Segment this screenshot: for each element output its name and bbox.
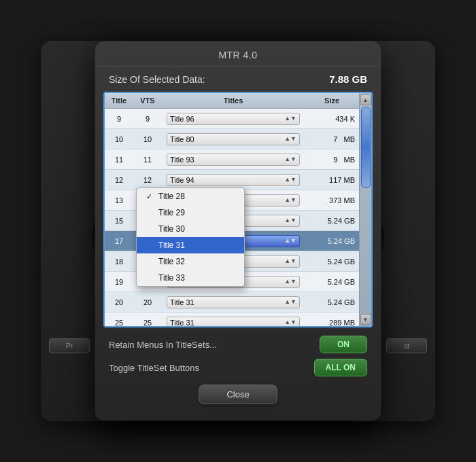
chevron-updown-icon: ▲▼ [284,197,296,203]
retain-menus-row: Retain Menus In TitleSets... ON [109,336,367,353]
retain-menus-label: Retain Menus In TitleSets... [109,340,217,350]
col-vts: VTS [133,94,162,107]
row-size: 373 MB [305,196,359,205]
row-title-num: 9 [105,113,133,124]
dropdown-item-highlighted[interactable]: Title 31 [137,237,244,253]
row-title-num: 13 [105,195,133,206]
row-vts: 25 [133,317,162,327]
title-select-label: Title 80 [170,135,194,143]
chevron-updown-icon: ▲▼ [284,116,296,122]
dropdown-item[interactable]: Title 32 [137,253,244,270]
table-row[interactable]: 25 25 Title 31 ▲▼ 289 MB [105,313,371,326]
table-row[interactable]: 10 10 Title 80 ▲▼ 7 MB [105,129,371,149]
row-title-num: 17 [105,236,133,247]
dropdown-item[interactable]: Title 30 [137,221,244,237]
chevron-updown-icon: ▲▼ [284,299,296,305]
chevron-updown-icon: ▲▼ [284,156,296,162]
chevron-updown-icon: ▲▼ [284,177,296,183]
row-size: 5.24 GB [305,257,359,266]
scrollbar-thumb[interactable] [361,107,371,188]
row-title-select-cell: Title 31 ▲▼ [162,314,305,327]
row-size: 5.24 GB [305,237,359,245]
dropdown-item-label: Title 33 [158,273,185,283]
scrollbar-track: ▲ ▼ [359,93,371,326]
title-select-label: Title 94 [170,176,194,184]
row-size: 5.24 GB [305,298,359,306]
close-button[interactable]: Close [199,385,277,404]
checkmark-icon: ✓ [146,192,154,201]
table-row[interactable]: 11 11 Title 93 ▲▼ 9 MB [105,149,371,170]
table-row[interactable]: 9 9 Title 96 ▲▼ 434 K [105,109,371,129]
table-header: Title VTS Titles Size [105,93,371,109]
row-vts: 20 [133,297,162,308]
row-title-num: 25 [105,317,133,327]
title-select-label: Title 96 [170,115,194,123]
row-vts: 11 [133,154,162,165]
toggle-titleset-row: Toggle TitleSet Buttons ALL ON [109,359,367,376]
title-select[interactable]: Title 94 ▲▼ [167,174,300,186]
toggle-titleset-label: Toggle TitleSet Buttons [109,363,199,373]
row-size: 117 MB [305,176,359,184]
row-size: 9 MB [305,156,359,164]
row-title-num: 10 [105,134,133,145]
chevron-updown-icon: ▲▼ [284,319,296,325]
row-size: 7 MB [305,135,359,143]
dropdown-item[interactable]: ✓ Title 28 [137,188,244,205]
title-select[interactable]: Title 31 ▲▼ [167,317,300,327]
dialog-header: Size Of Selected Data: 7.88 GB [95,67,381,92]
chevron-updown-icon: ▲▼ [284,238,296,244]
title-select-label: Title 93 [170,156,194,164]
row-size: 5.24 GB [305,278,359,286]
row-vts: 9 [133,113,162,124]
row-title-num: 15 [105,215,133,226]
scrollbar-up-button[interactable]: ▲ [360,94,371,105]
dropdown-item-label: Title 28 [158,192,185,201]
row-title-num: 18 [105,256,133,267]
row-size: 5.24 GB [305,217,359,225]
left-side-btn[interactable]: Pr [49,338,90,353]
row-title-select-cell: Title 93 ▲▼ [162,151,305,168]
dropdown-item-label: Title 32 [158,257,185,266]
dropdown-item[interactable]: Title 33 [137,270,244,286]
title-select-label: Title 31 [170,298,194,306]
row-title-num: 19 [105,277,133,287]
dropdown-item[interactable]: Title 29 [137,205,244,221]
dropdown-item-label: Title 31 [158,241,185,250]
title-select[interactable]: Title 31 ▲▼ [167,296,300,308]
row-title-select-cell: Title 80 ▲▼ [162,130,305,148]
row-vts: 10 [133,134,162,145]
chevron-updown-icon: ▲▼ [284,279,296,285]
row-size: 289 MB [305,319,359,327]
dropdown-item-label: Title 30 [158,224,185,234]
col-titles: Titles [162,94,305,107]
right-side-btn[interactable]: ct [386,338,427,353]
dropdown-item-label: Title 29 [158,208,185,217]
title-select[interactable]: Title 80 ▲▼ [167,133,300,145]
title-select[interactable]: Title 93 ▲▼ [167,154,300,166]
row-title-select-cell: Title 96 ▲▼ [162,110,305,128]
close-btn-container: Close [109,382,367,404]
row-size: 434 K [305,115,359,123]
row-title-select-cell: Title 94 ▲▼ [162,171,305,189]
retain-menus-toggle[interactable]: ON [320,336,367,353]
row-title-num: 11 [105,154,133,165]
dropdown-menu: ✓ Title 28 Title 29 Title 30 Title 31 Ti… [136,188,245,287]
title-select[interactable]: Title 96 ▲▼ [167,113,300,125]
col-title: Title [105,94,133,107]
chevron-updown-icon: ▲▼ [284,136,296,142]
toggle-titleset-button[interactable]: ALL ON [314,359,367,376]
size-value: 7.88 GB [329,73,367,85]
row-title-select-cell: Title 31 ▲▼ [162,294,305,311]
scrollbar-down-button[interactable]: ▼ [360,314,371,325]
col-size: Size [305,94,359,107]
row-vts: 12 [133,175,162,185]
chevron-updown-icon: ▲▼ [284,217,296,224]
title-select-label: Title 31 [170,319,194,327]
row-title-num: 20 [105,297,133,308]
table-row[interactable]: 20 20 Title 31 ▲▼ 5.24 GB [105,292,371,313]
main-dialog: MTR 4.0 Size Of Selected Data: 7.88 GB T… [95,41,381,421]
size-label: Size Of Selected Data: [109,74,205,85]
dialog-title-bar: MTR 4.0 [95,41,381,67]
chevron-updown-icon: ▲▼ [284,258,296,264]
row-title-num: 12 [105,175,133,185]
